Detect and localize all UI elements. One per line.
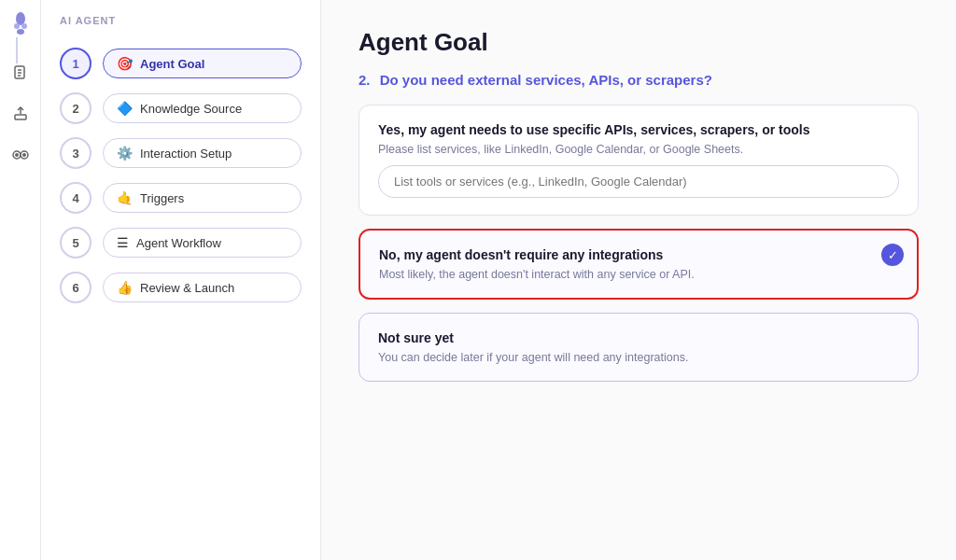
svg-rect-8: [15, 115, 26, 119]
nav-icon-eyes[interactable]: [7, 142, 34, 168]
step-3-icon: ⚙️: [117, 146, 133, 161]
step-1-icon: 🎯: [117, 56, 133, 71]
step-number-5: 5: [60, 227, 91, 259]
tools-input[interactable]: [378, 165, 899, 198]
step-5-icon: ☰: [117, 235, 129, 250]
sidebar-title: AI AGENT: [60, 15, 302, 26]
sidebar: AI AGENT 1 🎯 Agent Goal 2 🔷 Knowledge So…: [41, 0, 321, 560]
step-number-3: 3: [60, 137, 91, 169]
step-number-6: 6: [60, 272, 91, 303]
step-6-button[interactable]: 👍 Review & Launch: [103, 273, 302, 302]
svg-point-1: [14, 23, 20, 29]
step-item-2: 2 🔷 Knowledge Source: [60, 88, 302, 129]
svg-point-3: [17, 29, 24, 35]
question-number: 2.: [358, 72, 371, 88]
icon-bar: [0, 0, 41, 560]
connector-5-6: [16, 37, 18, 63]
step-list: 1 🎯 Agent Goal 2 🔷 Knowledge Source 3 ⚙️…: [60, 43, 302, 308]
step-6-label: Review & Launch: [140, 281, 234, 295]
step-number-2: 2: [60, 92, 91, 124]
main-content: Agent Goal 2. Do you need external servi…: [321, 0, 956, 560]
step-2-button[interactable]: 🔷 Knowledge Source: [103, 93, 302, 123]
svg-point-13: [22, 153, 26, 157]
option-no-desc: Most likely, the agent doesn't interact …: [379, 268, 898, 281]
nav-icon-docs[interactable]: [7, 60, 34, 86]
step-1-label: Agent Goal: [140, 57, 204, 71]
svg-point-11: [15, 153, 19, 157]
option-yes-card[interactable]: Yes, my agent needs to use specific APIs…: [358, 105, 919, 216]
nav-icon-upload[interactable]: [7, 101, 34, 127]
step-item-1: 1 🎯 Agent Goal: [60, 43, 302, 84]
question: 2. Do you need external services, APIs, …: [358, 72, 919, 88]
option-no-card[interactable]: ✓ No, my agent doesn't require any integ…: [358, 229, 919, 300]
option-not-sure-card[interactable]: Not sure yet You can decide later if you…: [358, 313, 919, 382]
step-item-3: 3 ⚙️ Interaction Setup: [60, 133, 302, 174]
app-logo: [7, 11, 34, 37]
step-4-label: Triggers: [140, 191, 184, 205]
step-item-6: 6 👍 Review & Launch: [60, 267, 302, 308]
step-5-button[interactable]: ☰ Agent Workflow: [103, 228, 302, 258]
step-4-button[interactable]: 🤙 Triggers: [103, 183, 302, 213]
step-item-4: 4 🤙 Triggers: [60, 177, 302, 218]
question-text: Do you need external services, APIs, or …: [380, 72, 712, 88]
page-title: Agent Goal: [358, 28, 919, 57]
svg-point-0: [16, 12, 25, 25]
option-no-title: No, my agent doesn't require any integra…: [379, 247, 898, 262]
step-4-icon: 🤙: [117, 190, 133, 205]
svg-point-2: [21, 23, 27, 29]
option-not-sure-desc: You can decide later if your agent will …: [378, 351, 899, 364]
step-number-1: 1: [60, 48, 91, 79]
step-5-label: Agent Workflow: [136, 236, 221, 250]
step-2-label: Knowledge Source: [140, 102, 242, 116]
step-number-4: 4: [60, 182, 91, 214]
selected-check-icon: ✓: [881, 244, 904, 266]
step-3-label: Interaction Setup: [140, 147, 232, 161]
step-1-button[interactable]: 🎯 Agent Goal: [103, 49, 302, 78]
option-not-sure-title: Not sure yet: [378, 330, 899, 345]
step-2-icon: 🔷: [117, 101, 133, 116]
step-6-icon: 👍: [117, 280, 133, 295]
option-yes-desc: Please list services, like LinkedIn, Goo…: [378, 143, 899, 156]
step-3-button[interactable]: ⚙️ Interaction Setup: [103, 138, 302, 168]
option-yes-title: Yes, my agent needs to use specific APIs…: [378, 122, 899, 137]
step-item-5: 5 ☰ Agent Workflow: [60, 222, 302, 263]
